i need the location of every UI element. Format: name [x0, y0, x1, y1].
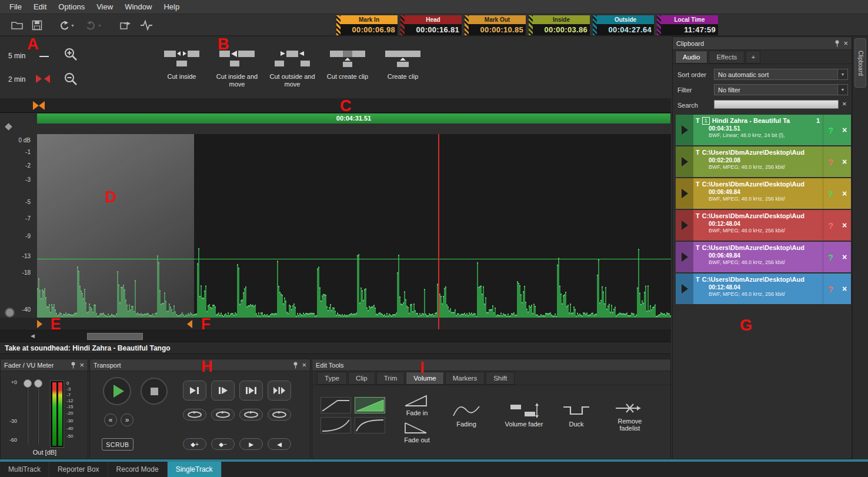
close-icon[interactable]: × — [302, 362, 306, 369]
sort-order-select[interactable]: No automatic sort ▼ — [714, 69, 848, 80]
play-reverse-button[interactable]: ◀ — [268, 438, 291, 450]
menu-options[interactable]: Options — [52, 1, 91, 13]
play-icon[interactable] — [676, 146, 693, 177]
fader-knob-right[interactable] — [34, 379, 42, 388]
fader-track-right[interactable] — [38, 385, 39, 444]
fade-out-button[interactable]: Fade out — [395, 419, 439, 445]
volume-fader-button[interactable]: Volume fader — [498, 397, 550, 433]
play-icon[interactable] — [676, 210, 693, 241]
clipboard-item-6[interactable]: T C:\Users\DbmAzure\Desktop\Aud 00:12:48… — [676, 273, 851, 304]
close-icon[interactable]: × — [79, 362, 84, 369]
remove-item-icon[interactable]: × — [838, 273, 851, 304]
range-marker-icon[interactable] — [33, 101, 45, 110]
remove-item-icon[interactable]: × — [838, 115, 851, 145]
tab-record-mode[interactable]: Record Mode — [108, 462, 168, 477]
menu-view[interactable]: View — [91, 1, 119, 13]
timeline-ruler[interactable] — [0, 99, 671, 113]
duck-button[interactable]: Duck — [556, 397, 597, 433]
tab-multitrack[interactable]: MultiTrack — [0, 462, 49, 477]
play-between-marks-button[interactable] — [239, 381, 263, 401]
playhead-cursor[interactable] — [438, 134, 439, 329]
zoom-preset-5min[interactable]: 5 min — [8, 52, 25, 60]
scrub-button[interactable]: SCRUB — [102, 438, 133, 451]
loop-button-4[interactable] — [268, 409, 291, 421]
loop-button-1[interactable] — [183, 409, 206, 421]
zoom-to-range-button[interactable] — [35, 74, 51, 85]
fader-track-left[interactable] — [27, 385, 28, 444]
undo-button[interactable]: ▼ — [54, 16, 79, 34]
fader-knob-left[interactable] — [24, 379, 32, 388]
fade-shape-linear-button[interactable] — [321, 397, 351, 413]
play-button[interactable] — [103, 377, 131, 405]
signal-button[interactable] — [138, 16, 155, 34]
prelisten-icon[interactable]: ? — [823, 178, 838, 209]
rewind-button[interactable]: « — [104, 413, 117, 426]
volume-line[interactable] — [37, 259, 671, 259]
zoom-out-button[interactable] — [64, 72, 79, 89]
play-icon[interactable] — [676, 242, 693, 272]
pin-icon[interactable] — [293, 362, 298, 369]
cut-outside-and-move-button[interactable]: Cut outside and move — [266, 38, 319, 95]
tab-markers[interactable]: Markers — [445, 372, 485, 385]
open-button[interactable] — [8, 16, 26, 34]
search-input[interactable] — [714, 100, 839, 109]
fade-shape-log-button[interactable] — [355, 417, 385, 433]
zoom-in-button[interactable] — [64, 47, 79, 64]
remove-item-icon[interactable]: × — [838, 242, 851, 272]
scroll-left-arrow[interactable]: ◀ — [31, 333, 35, 339]
menu-help[interactable]: Help — [158, 1, 185, 13]
forward-button[interactable]: » — [121, 413, 133, 426]
horizontal-scrollbar[interactable]: ◀ — [0, 331, 671, 342]
play-to-mark-button[interactable] — [183, 381, 206, 401]
remove-item-icon[interactable]: × — [838, 178, 851, 209]
clipboard-item-4[interactable]: T C:\Users\DbmAzure\Desktop\Aud 00:12:48… — [676, 210, 851, 241]
tab-singletrack[interactable]: SingleTrack — [168, 462, 222, 477]
cut-inside-button[interactable]: Cut inside — [155, 38, 208, 95]
stop-button[interactable] — [141, 378, 168, 405]
timeline-position-bar[interactable]: 00:04:31.51 — [37, 114, 670, 124]
tab-type[interactable]: Type — [317, 372, 347, 385]
prelisten-icon[interactable]: ? — [823, 146, 838, 177]
remove-item-icon[interactable]: × — [838, 210, 851, 241]
tab-volume[interactable]: Volume — [406, 372, 443, 385]
cut-create-clip-button[interactable]: Cut create clip — [321, 38, 374, 95]
redo-button[interactable]: ▼ — [81, 16, 106, 34]
play-forward-button[interactable]: ▶ — [239, 438, 263, 450]
remove-fadelist-button[interactable]: Remove fadelist — [603, 396, 657, 437]
selection-region[interactable] — [37, 134, 194, 318]
pin-icon[interactable] — [71, 362, 76, 369]
close-icon[interactable]: × — [843, 40, 848, 47]
play-icon[interactable] — [676, 273, 693, 304]
play-from-mark-button[interactable] — [211, 381, 235, 401]
remove-item-icon[interactable]: × — [838, 146, 851, 177]
scrollbar-thumb[interactable] — [87, 333, 143, 340]
clipboard-item-3[interactable]: T C:\Users\DbmAzure\Desktop\Aud 00:06:49… — [676, 178, 851, 209]
filter-select[interactable]: No filter ▼ — [714, 84, 848, 95]
clear-search-icon[interactable]: × — [842, 99, 847, 108]
menu-edit[interactable]: Edit — [28, 1, 52, 13]
zoom-preset-2min[interactable]: 2 min — [8, 75, 25, 84]
loop-button-2[interactable] — [211, 409, 235, 421]
prelisten-icon[interactable]: ? — [823, 242, 838, 272]
prelisten-icon[interactable]: ? — [823, 115, 838, 145]
menu-file[interactable]: File — [4, 1, 28, 13]
fade-shape-exp-button[interactable] — [321, 417, 351, 433]
import-export-button[interactable] — [116, 16, 134, 34]
mark-out-handle[interactable] — [187, 320, 192, 328]
play-icon[interactable] — [676, 115, 693, 145]
remove-marker-button[interactable]: ◆− — [211, 438, 235, 450]
clipboard-item-2[interactable]: T C:\Users\DbmAzure\Desktop\Aud 00:02:20… — [676, 146, 851, 177]
clipboard-side-tab[interactable]: Clipboard — [854, 38, 866, 88]
tab-trim[interactable]: Trim — [376, 372, 405, 385]
prelisten-icon[interactable]: ? — [823, 273, 838, 304]
tab-reporter-box[interactable]: Reporter Box — [49, 462, 108, 477]
loop-button-3[interactable] — [239, 409, 263, 421]
play-around-cut-button[interactable] — [268, 381, 291, 401]
menu-window[interactable]: Window — [119, 1, 158, 13]
diamond-marker[interactable] — [5, 123, 12, 131]
pin-icon[interactable] — [834, 40, 840, 47]
level-knob[interactable] — [5, 308, 15, 318]
tab-audio[interactable]: Audio — [675, 51, 707, 64]
mark-in-handle[interactable] — [37, 320, 42, 328]
prelisten-icon[interactable]: ? — [823, 210, 838, 241]
